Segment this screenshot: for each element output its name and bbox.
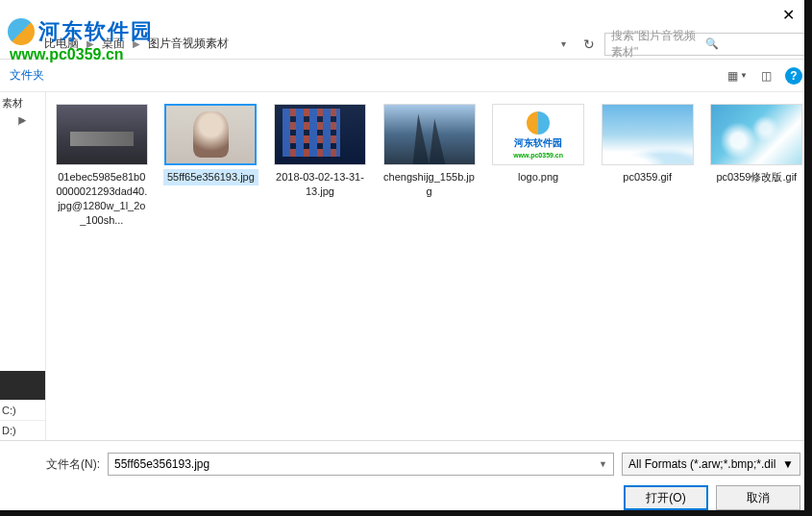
- file-name: 55ff65e356193.jpg: [163, 169, 259, 185]
- filename-input[interactable]: 55ff65e356193.jpg ▼: [108, 453, 614, 476]
- filename-value: 55ff65e356193.jpg: [114, 457, 209, 471]
- file-name: chengshijg_155b.jpg: [381, 169, 478, 200]
- file-thumbnail: [164, 104, 257, 165]
- chevron-down-icon[interactable]: ▾: [561, 38, 566, 49]
- chevron-right-icon: ▶: [133, 38, 140, 49]
- logo-text: 河东软件园: [514, 136, 562, 150]
- window-edge: [0, 510, 812, 516]
- file-open-dialog: ✕ 河东软件园 www.pc0359.cn 比电脑 ▶ 桌面 ▶ 图片音视频素材…: [0, 0, 812, 516]
- thumbnails-icon: ▦: [727, 69, 738, 83]
- toolbar: 文件夹 ▦ ▼ ◫ ?: [0, 60, 812, 92]
- search-placeholder: 搜索"图片音视频素材": [611, 28, 705, 61]
- file-thumbnail: 河东软件园 www.pc0359.cn: [492, 104, 584, 165]
- open-button[interactable]: 打开(O): [624, 485, 708, 510]
- search-icon[interactable]: 🔍: [705, 37, 800, 50]
- titlebar: ✕: [0, 0, 812, 29]
- file-name: logo.png: [490, 169, 586, 185]
- file-item[interactable]: 河东软件园 www.pc0359.cn logo.png: [490, 104, 586, 185]
- file-name: pc0359修改版.gif: [708, 169, 804, 185]
- file-thumbnail: [274, 104, 366, 165]
- preview-pane-button[interactable]: ◫: [761, 69, 772, 83]
- format-value: All Formats (*.arw;*.bmp;*.dil: [628, 457, 775, 471]
- file-thumbnail: [710, 104, 802, 165]
- dialog-footer: 文件名(N): 55ff65e356193.jpg ▼ All Formats …: [0, 440, 812, 516]
- refresh-button[interactable]: ↻: [578, 33, 601, 56]
- breadcrumb-item[interactable]: 比电脑: [44, 36, 79, 52]
- search-input[interactable]: 搜索"图片音视频素材" 🔍: [604, 33, 806, 56]
- file-item[interactable]: 2018-03-02-13-31-13.jpg: [272, 104, 368, 200]
- file-name: pc0359.gif: [600, 169, 696, 185]
- sidebar-drive-d[interactable]: D:): [0, 420, 45, 440]
- file-item[interactable]: chengshijg_155b.jpg: [381, 104, 478, 200]
- chevron-down-icon: ▼: [740, 71, 748, 80]
- file-item[interactable]: pc0359修改版.gif: [708, 104, 804, 185]
- main-content: 素材 ⯈ C:) D:) 01ebec5985e81b00000021293da…: [0, 92, 812, 440]
- file-thumbnail: [602, 104, 694, 165]
- file-grid[interactable]: 01ebec5985e81b00000021293dad40.jpg@1280w…: [46, 92, 812, 440]
- format-select[interactable]: All Formats (*.arw;*.bmp;*.dil ▼: [622, 453, 800, 476]
- breadcrumb-item[interactable]: 图片音视频素材: [148, 36, 229, 52]
- preview-icon: ◫: [761, 69, 772, 83]
- file-name: 2018-03-02-13-31-13.jpg: [272, 169, 368, 200]
- breadcrumb-item[interactable]: 桌面: [102, 36, 125, 52]
- sidebar-item[interactable]: 素材: [0, 92, 45, 114]
- sidebar-drive-c[interactable]: C:): [0, 400, 45, 420]
- address-bar: 比电脑 ▶ 桌面 ▶ 图片音视频素材 ▾ ↻ 搜索"图片音视频素材" 🔍: [0, 29, 812, 60]
- window-edge: [804, 0, 812, 516]
- file-item-selected[interactable]: 55ff65e356193.jpg: [163, 104, 259, 185]
- file-thumbnail: [383, 104, 476, 165]
- new-folder-link[interactable]: 文件夹: [10, 67, 44, 84]
- chevron-down-icon[interactable]: ▼: [782, 457, 794, 471]
- cancel-button[interactable]: 取消: [716, 485, 800, 510]
- sidebar: 素材 ⯈ C:) D:): [0, 92, 46, 440]
- expand-icon[interactable]: ⯈: [0, 114, 45, 129]
- logo-url: www.pc0359.cn: [513, 152, 563, 159]
- filename-label: 文件名(N):: [46, 456, 100, 473]
- sidebar-divider: [0, 371, 45, 400]
- file-item[interactable]: 01ebec5985e81b00000021293dad40.jpg@1280w…: [54, 104, 150, 228]
- chevron-down-icon[interactable]: ▼: [599, 459, 607, 469]
- file-item[interactable]: pc0359.gif: [600, 104, 696, 185]
- chevron-right-icon: ▶: [86, 38, 94, 49]
- file-name: 01ebec5985e81b00000021293dad40.jpg@1280w…: [54, 169, 150, 228]
- close-button[interactable]: ✕: [773, 4, 804, 26]
- view-mode-button[interactable]: ▦ ▼: [727, 69, 748, 83]
- help-button[interactable]: ?: [785, 67, 802, 85]
- file-thumbnail: [56, 104, 148, 165]
- breadcrumb[interactable]: 比电脑 ▶ 桌面 ▶ 图片音视频素材 ▾: [6, 36, 574, 52]
- logo-icon: [527, 111, 550, 135]
